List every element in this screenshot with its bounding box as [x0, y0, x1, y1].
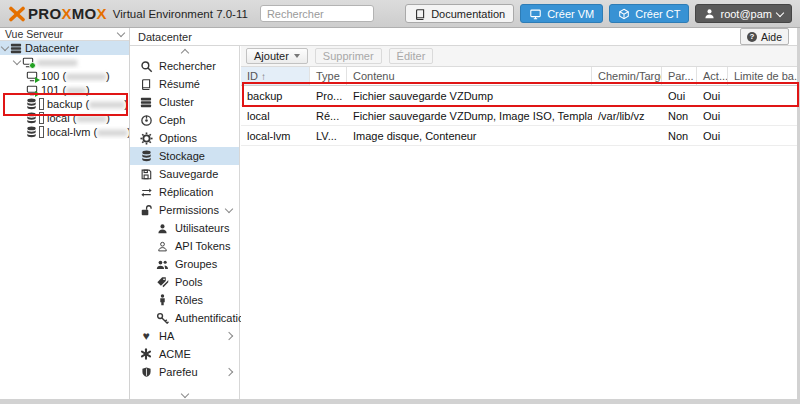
collapse-icon[interactable]	[225, 205, 233, 213]
menu-item-cluster[interactable]: Cluster	[130, 93, 239, 111]
edit-button[interactable]: Éditer	[389, 48, 434, 64]
column-header-partage[interactable]: Par...	[662, 67, 697, 85]
users-icon	[155, 259, 169, 270]
column-header-type[interactable]: Type	[310, 67, 347, 85]
gear-icon	[139, 132, 153, 145]
version-label: Virtual Environment 7.0-11	[113, 8, 248, 20]
tree-item-local[interactable]: local (xxxxxx)	[0, 111, 129, 125]
table-row-backup[interactable]: backup Pro... Fichier sauvegarde VZDump …	[241, 86, 797, 106]
storage-panel-glyph	[39, 126, 44, 138]
chevron-down-icon	[180, 390, 188, 398]
menu-item-acme[interactable]: ACME	[130, 345, 239, 363]
brand-text: PROXMOX	[28, 5, 107, 22]
delete-button[interactable]: Supprimer	[315, 48, 382, 64]
shield-icon	[139, 366, 153, 378]
unlock-icon	[139, 204, 153, 217]
server-stack-icon	[139, 97, 153, 108]
menu-item-utilisateurs[interactable]: Utilisateurs	[130, 219, 239, 237]
storage-panel-glyph	[39, 98, 44, 110]
menu-item-replication[interactable]: Réplication	[130, 183, 239, 201]
online-badge	[29, 62, 36, 69]
user-icon	[155, 223, 169, 234]
database-icon	[139, 150, 153, 162]
panel-title: Datacenter	[138, 31, 192, 43]
storage-icon	[26, 98, 44, 110]
menu-item-ceph[interactable]: Ceph	[130, 111, 239, 129]
storage-panel-glyph	[39, 112, 44, 124]
question-icon: ?	[747, 32, 757, 42]
table-header: ID ↑ Type Contenu Chemin/Target Par... A…	[241, 67, 797, 86]
chevron-down-icon	[117, 29, 125, 37]
create-ct-button[interactable]: Créer CT	[609, 4, 689, 23]
tree-item-vm-101[interactable]: 101 (xxxx)	[0, 83, 129, 97]
chevron-up-icon	[180, 49, 188, 57]
menu-item-resume[interactable]: Résumé	[130, 75, 239, 93]
floppy-icon	[139, 168, 153, 180]
search-input[interactable]	[260, 5, 374, 22]
menu-item-options[interactable]: Options	[130, 129, 239, 147]
tree-item-vm-100[interactable]: 100 (xxxxxxxx)	[0, 69, 129, 83]
ceph-icon	[139, 114, 153, 127]
menu-item-roles[interactable]: Rôles	[130, 291, 239, 309]
storage-icon	[26, 112, 44, 124]
vm-icon	[26, 71, 38, 82]
proxmox-logo: PROXMOX	[8, 5, 107, 22]
menu-item-groupes[interactable]: Groupes	[130, 255, 239, 273]
collapse-icon[interactable]	[13, 57, 21, 65]
column-header-limite[interactable]: Limite de ba...	[728, 67, 797, 85]
column-header-contenu[interactable]: Contenu	[347, 67, 592, 85]
collapse-icon[interactable]	[1, 43, 9, 51]
book-icon	[139, 78, 153, 90]
search-icon	[139, 60, 153, 73]
menu-item-parefeu[interactable]: Parefeu	[130, 363, 239, 381]
running-badge	[35, 77, 40, 83]
add-button[interactable]: Ajouter	[246, 48, 308, 64]
cube-icon	[618, 8, 630, 20]
monitor-icon	[529, 8, 542, 20]
asterisk-icon	[139, 348, 153, 360]
tree-item-node[interactable]: xxxxxxxx	[0, 55, 129, 69]
window-bottom-edge	[0, 399, 800, 404]
key-icon	[155, 312, 169, 325]
menu-item-stockage[interactable]: Stockage	[130, 147, 239, 165]
menu-scroll-down[interactable]	[130, 393, 239, 397]
table-row-local-lvm[interactable]: local-lvm LV... Image disque, Conteneur …	[241, 126, 797, 146]
resource-tree: Datacenter xxxxxxxx	[0, 41, 129, 139]
menu-item-ha[interactable]: ♥ HA	[130, 327, 239, 345]
column-header-id[interactable]: ID ↑	[241, 67, 310, 85]
menu-scroll-up[interactable]	[130, 46, 239, 57]
menu-item-rechercher[interactable]: Rechercher	[130, 57, 239, 75]
storage-toolbar: Ajouter Supprimer Éditer	[241, 46, 797, 67]
vm-icon	[26, 85, 38, 96]
menu-item-authentification[interactable]: Authentification	[130, 309, 239, 327]
menu-item-api-tokens[interactable]: API Tokens	[130, 237, 239, 255]
menu-item-pools[interactable]: Pools	[130, 273, 239, 291]
tree-item-datacenter[interactable]: Datacenter	[0, 41, 129, 55]
top-bar: PROXMOX Virtual Environment 7.0-11 Docum…	[0, 0, 800, 28]
help-button[interactable]: ? Aide	[740, 28, 789, 45]
menu-item-permissions[interactable]: Permissions	[130, 201, 239, 219]
user-menu-button[interactable]: root@pam	[695, 4, 792, 23]
tags-icon	[155, 276, 169, 288]
column-header-active[interactable]: Act...	[697, 67, 728, 85]
sync-arrows-icon	[139, 186, 153, 198]
resource-tree-panel: Vue Serveur Datacenter	[0, 28, 130, 399]
chevron-down-icon	[776, 8, 784, 16]
documentation-button[interactable]: Documentation	[405, 4, 514, 23]
create-vm-button[interactable]: Créer VM	[520, 4, 603, 23]
proxmox-window: PROXMOX Virtual Environment 7.0-11 Docum…	[0, 0, 800, 404]
view-select[interactable]: Vue Serveur	[0, 28, 129, 41]
tree-item-local-lvm[interactable]: local-lvm (xxxxxx)	[0, 125, 129, 139]
node-icon	[22, 57, 34, 68]
book-icon	[414, 8, 426, 20]
table-row-local[interactable]: local Ré... Fichier sauvegarde VZDump, I…	[241, 106, 797, 126]
tree-item-backup[interactable]: backup (xxxxxxx)	[0, 97, 129, 111]
caret-down-icon	[294, 54, 300, 58]
user-icon	[704, 8, 715, 19]
person-icon	[155, 294, 169, 306]
datacenter-menu: Rechercher Résumé Cluster	[130, 46, 240, 399]
column-header-chemin[interactable]: Chemin/Target	[592, 67, 662, 85]
chevron-right-icon	[225, 332, 233, 340]
proxmox-x-icon	[8, 6, 26, 22]
menu-item-sauvegarde[interactable]: Sauvegarde	[130, 165, 239, 183]
